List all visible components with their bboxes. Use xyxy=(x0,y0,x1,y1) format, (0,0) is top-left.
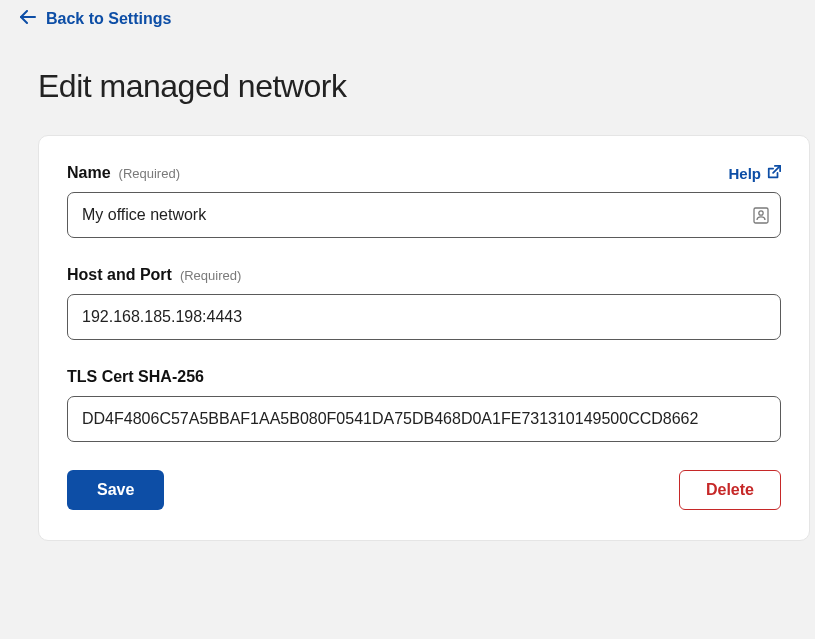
name-input[interactable] xyxy=(67,192,781,238)
hostport-label: Host and Port (Required) xyxy=(67,266,241,284)
external-link-icon xyxy=(767,165,781,182)
field-tlscert-group: TLS Cert SHA-256 xyxy=(67,368,781,442)
page-title: Edit managed network xyxy=(38,68,815,105)
hostport-input[interactable] xyxy=(67,294,781,340)
arrow-left-icon xyxy=(20,10,36,28)
hostport-label-text: Host and Port xyxy=(67,266,172,284)
name-label: Name (Required) xyxy=(67,164,180,182)
delete-button[interactable]: Delete xyxy=(679,470,781,510)
name-label-text: Name xyxy=(67,164,111,182)
back-link-label: Back to Settings xyxy=(46,10,171,28)
name-required-text: (Required) xyxy=(119,166,180,181)
help-link[interactable]: Help xyxy=(728,165,781,182)
tlscert-label: TLS Cert SHA-256 xyxy=(67,368,204,386)
tlscert-input[interactable] xyxy=(67,396,781,442)
back-to-settings-link[interactable]: Back to Settings xyxy=(0,0,191,38)
form-card: Name (Required) Help xyxy=(38,135,810,541)
hostport-required-text: (Required) xyxy=(180,268,241,283)
save-button[interactable]: Save xyxy=(67,470,164,510)
button-row: Save Delete xyxy=(67,470,781,510)
contact-card-icon xyxy=(753,206,769,224)
field-name-group: Name (Required) Help xyxy=(67,164,781,238)
help-link-label: Help xyxy=(728,165,761,182)
field-hostport-group: Host and Port (Required) xyxy=(67,266,781,340)
tlscert-label-text: TLS Cert SHA-256 xyxy=(67,368,204,386)
svg-point-2 xyxy=(759,211,763,215)
